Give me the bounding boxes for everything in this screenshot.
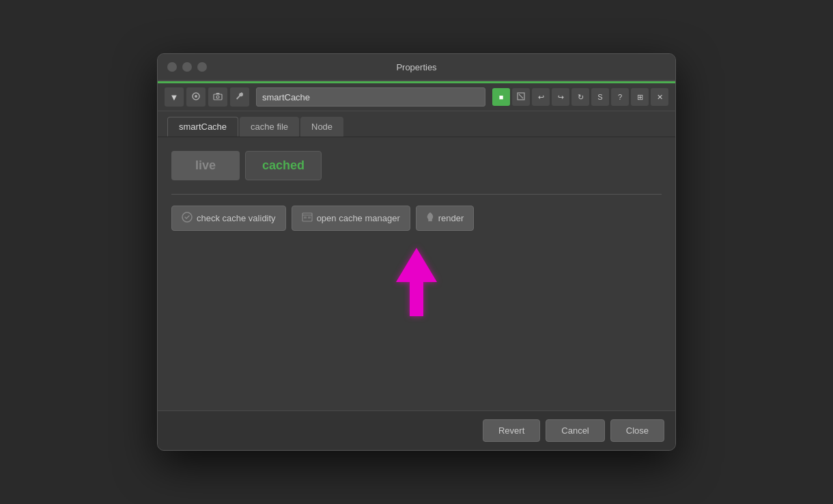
live-mode-button[interactable]: live (171, 151, 240, 180)
camera-button[interactable] (208, 87, 227, 107)
window-controls (167, 62, 207, 72)
svg-rect-10 (304, 216, 307, 219)
footer: Revert Cancel Close (158, 410, 675, 450)
expand-button[interactable]: ⊞ (631, 88, 649, 106)
help-button[interactable]: ? (611, 88, 629, 106)
cache-manager-icon (302, 212, 313, 224)
arrow-indicator (171, 244, 662, 320)
wrench-icon (236, 92, 244, 102)
redo-button[interactable]: ↩ (552, 88, 569, 106)
svg-line-6 (519, 94, 523, 98)
close-button[interactable]: Close (610, 419, 664, 442)
target-button[interactable] (186, 87, 206, 107)
camera-icon (213, 92, 223, 102)
undo-button[interactable]: ↩ (532, 88, 550, 106)
svg-rect-2 (214, 94, 222, 100)
node-name-input[interactable] (256, 87, 485, 107)
cached-mode-button[interactable]: cached (245, 151, 322, 180)
svg-point-4 (216, 96, 219, 98)
s-icon: S (597, 93, 602, 101)
crop-button[interactable] (512, 88, 530, 106)
tab-cachefile[interactable]: cache file (240, 117, 299, 137)
cancel-button[interactable]: Cancel (546, 419, 604, 442)
dropdown-button[interactable]: ▼ (165, 87, 184, 107)
titlebar: Properties (158, 54, 675, 81)
green-square-button[interactable]: ■ (492, 88, 510, 106)
undo-icon: ↩ (538, 93, 544, 102)
action-buttons-group: check cache validity open cache manager (171, 206, 662, 231)
green-square-icon: ■ (499, 93, 504, 101)
render-icon (426, 212, 434, 225)
svg-point-1 (195, 95, 197, 98)
svg-rect-11 (308, 216, 311, 219)
minimize-window-button[interactable] (182, 62, 192, 72)
close-panel-button[interactable]: ✕ (651, 88, 668, 106)
mode-buttons-group: live cached (171, 151, 662, 180)
tab-smartcache[interactable]: smartCache (167, 117, 238, 137)
window-title: Properties (396, 62, 436, 72)
expand-icon: ⊞ (637, 93, 643, 102)
maximize-window-button[interactable] (197, 62, 207, 72)
tab-node[interactable]: Node (300, 117, 343, 137)
check-cache-validity-button[interactable]: check cache validity (171, 206, 286, 231)
redo-icon: ↩ (558, 93, 564, 102)
refresh-button[interactable]: ↻ (571, 88, 589, 106)
svg-marker-12 (396, 248, 437, 316)
properties-window: Properties ▼ (157, 53, 676, 451)
dropdown-icon: ▼ (170, 92, 179, 102)
svg-marker-3 (216, 93, 220, 94)
render-button[interactable]: render (416, 206, 475, 231)
open-cache-manager-button[interactable]: open cache manager (292, 206, 410, 231)
tab-bar: smartCache cache file Node (158, 111, 675, 137)
content-area: live cached check cache validity (158, 137, 675, 410)
close-panel-icon: ✕ (657, 93, 663, 102)
s-button[interactable]: S (591, 88, 609, 106)
up-arrow-icon (393, 244, 440, 320)
wrench-button[interactable] (230, 87, 249, 107)
divider (171, 194, 662, 195)
toolbar-right-actions: ■ ↩ ↩ ↻ S (492, 88, 668, 106)
close-window-button[interactable] (167, 62, 177, 72)
toolbar: ▼ (158, 83, 675, 111)
refresh-icon: ↻ (578, 93, 584, 102)
target-icon (191, 92, 201, 103)
crop-icon (517, 92, 525, 102)
help-icon: ? (618, 93, 622, 101)
check-icon (182, 212, 193, 225)
revert-button[interactable]: Revert (483, 419, 540, 442)
